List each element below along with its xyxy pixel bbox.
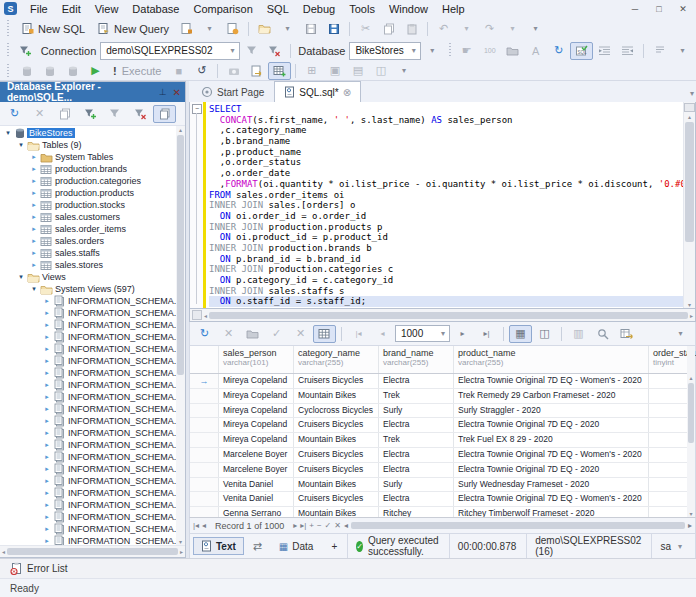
cell-sales_person[interactable]: Mireya Copeland (219, 404, 294, 418)
refresh-results-icon[interactable]: ↻ (193, 325, 216, 343)
code-line[interactable]: ON oi.order_id = o.order_id (209, 211, 683, 222)
open-file-button[interactable] (253, 20, 276, 38)
expand-arrow-icon[interactable]: ▸ (42, 417, 52, 425)
cell-product_name[interactable]: Electra Townie Original 7D EQ - Women's … (454, 492, 649, 506)
first-page-icon[interactable]: |◂ (347, 325, 370, 343)
cell-product_name[interactable]: Electra Townie Original 7D EQ - Women's … (454, 374, 649, 388)
cell-order_status[interactable]: 4 (649, 374, 687, 388)
pin-icon[interactable]: ⊥ (159, 87, 167, 98)
results-toolbar-overflow[interactable]: ▾ (669, 325, 692, 343)
paste-button[interactable] (400, 20, 423, 38)
tree-item-production-stocks[interactable]: ▸production.stocks (0, 199, 176, 211)
tree-item-information-schema-table-constraints[interactable]: ▸INFORMATION_SCHEMA.TABLE_CONSTRAINTS (0, 487, 176, 499)
expand-arrow-icon[interactable]: ▸ (29, 237, 39, 245)
toolbar-grip[interactable] (6, 20, 11, 36)
grid-vertical-scrollbar[interactable]: ▴ ▾ (687, 346, 695, 517)
expand-arrow-icon[interactable]: ▸ (42, 357, 52, 365)
cell-order_status[interactable]: 4 (649, 507, 687, 517)
menu-help[interactable]: Help (435, 2, 472, 16)
cell-category_name[interactable]: Mountain Bikes (294, 507, 379, 517)
scroll-right-icon[interactable]: ▸ (180, 548, 183, 555)
db-edit-icon[interactable] (61, 62, 84, 80)
tree-item-information-schema-key-column-usage[interactable]: ▸INFORMATION_SCHEMA.KEY_COLUMN_USAGE (0, 391, 176, 403)
cell-sales_person[interactable]: Mireya Copeland (219, 433, 294, 447)
prev-record-icon[interactable]: ◂ (202, 521, 206, 530)
search-icon[interactable] (591, 325, 614, 343)
expand-arrow-icon[interactable]: ▸ (42, 465, 52, 473)
save-all-button[interactable] (322, 20, 345, 38)
copy-button[interactable] (377, 20, 400, 38)
code-line[interactable]: ,b.brand_name (209, 136, 683, 147)
toolbar-grip[interactable] (448, 43, 452, 58)
scroll-down-icon[interactable]: ▾ (688, 301, 691, 308)
new-connection-icon[interactable] (78, 105, 101, 123)
layout-squares-icon[interactable]: ⊞ (300, 62, 323, 80)
tab-list-dropdown[interactable]: ▾ (688, 89, 696, 98)
execute-play-button[interactable]: ▶ (84, 62, 107, 80)
cell-order_status[interactable]: 4 (649, 463, 687, 477)
post-edit-icon[interactable]: ✓ (325, 521, 332, 530)
expand-arrow-icon[interactable]: ▸ (42, 537, 52, 545)
expand-arrow-icon[interactable]: ▸ (29, 225, 39, 233)
tree-item-information-schema-views[interactable]: ▸INFORMATION_SCHEMA.VIEWS (0, 511, 176, 523)
table-row[interactable]: Genna SerranoMountain BikesRitcheyRitche… (190, 507, 687, 517)
close-button[interactable]: ✕ (672, 2, 694, 16)
cell-sales_person[interactable]: Marcelene Boyer (219, 448, 294, 462)
expand-arrow-icon[interactable]: ▸ (42, 441, 52, 449)
cell-category_name[interactable]: Cruisers Bicycles (294, 492, 379, 506)
tree-item-sales-orders[interactable]: ▸sales.orders (0, 235, 176, 247)
expand-arrow-icon[interactable]: ▸ (42, 525, 52, 533)
code-line[interactable]: SELECT (209, 104, 683, 115)
cell-order_status[interactable]: 4 (649, 389, 687, 403)
scroll-left-icon[interactable]: ◂ (344, 521, 348, 530)
scroll-up-icon[interactable]: ▴ (179, 126, 182, 133)
connect-icon[interactable] (103, 105, 126, 123)
close-tab-icon[interactable]: ⊗ (343, 87, 351, 98)
code-line[interactable]: ON p.category_id = c.category_id (209, 275, 683, 286)
tree-item-sales-stores[interactable]: ▸sales.stores (0, 259, 176, 271)
refresh-code-button[interactable]: ↻ (547, 42, 570, 60)
table-row[interactable]: Marcelene BoyerCruisers BicyclesElectraE… (190, 463, 687, 478)
expand-arrow-icon[interactable]: ▸ (42, 309, 52, 317)
expand-arrow-icon[interactable]: ▸ (42, 321, 52, 329)
card-view-button[interactable]: ◫ (533, 325, 556, 343)
cell-category_name[interactable]: Mountain Bikes (294, 433, 379, 447)
menu-tools[interactable]: Tools (342, 2, 382, 16)
cell-brand_name[interactable]: Trek (379, 389, 454, 403)
menu-view[interactable]: View (88, 2, 126, 16)
menu-database[interactable]: Database (125, 2, 186, 16)
stop-refresh-icon[interactable]: ✕ (217, 325, 240, 343)
scroll-thumb[interactable] (209, 312, 688, 319)
toolbar-grip[interactable] (6, 64, 11, 77)
tree-item-tables-9-[interactable]: ▾Tables (9) (0, 139, 176, 151)
table-row[interactable]: Mireya CopelandMountain BikesTrekTrek Re… (190, 389, 687, 404)
expand-arrow-icon[interactable]: ▸ (42, 453, 52, 461)
chevron-down-icon[interactable]: ▾ (676, 542, 684, 551)
split-editor-handle[interactable] (684, 103, 695, 112)
code-line[interactable]: INNER JOIN sales.[orders] o (209, 200, 683, 211)
expand-arrow-icon[interactable]: ▸ (42, 405, 52, 413)
cut-button[interactable]: ✂ (354, 20, 377, 38)
tree-item-views[interactable]: ▾Views (0, 271, 176, 283)
column-header-sales_person[interactable]: sales_personvarchar(101) (219, 346, 294, 373)
new-document-dropdown[interactable]: ▾ (198, 20, 221, 38)
delete-icon[interactable]: ✕ (28, 105, 51, 123)
grid-hscroll-thumb[interactable] (351, 522, 685, 529)
expand-arrow-icon[interactable]: ▸ (29, 249, 39, 257)
cell-product_name[interactable]: Electra Townie Original 7D EQ - Women's … (454, 448, 649, 462)
error-list-tab[interactable]: Error List (27, 563, 68, 574)
column-header-category_name[interactable]: category_namevarchar(255) (294, 346, 379, 373)
line-numbers-icon[interactable]: 100 (478, 42, 501, 60)
cell-product_name[interactable]: Electra Townie Original 7D EQ - 2020 (454, 463, 649, 477)
row-indicator[interactable] (190, 463, 219, 477)
column-header-brand_name[interactable]: brand_namevarchar(255) (379, 346, 454, 373)
tree-item-sales-customers[interactable]: ▸sales.customers (0, 211, 176, 223)
toolbar1-overflow[interactable]: ▾ (524, 20, 547, 38)
tree-item-information-schema-sequences[interactable]: ▸INFORMATION_SCHEMA.SEQUENCES (0, 463, 176, 475)
row-indicator[interactable] (190, 478, 219, 492)
font-case-icon[interactable]: A (524, 42, 547, 60)
column-picker-icon[interactable]: ▥ (567, 325, 590, 343)
scroll-left-icon[interactable]: ◂ (2, 548, 5, 555)
results-grid-button[interactable] (268, 62, 291, 80)
export-doc-button[interactable] (245, 62, 268, 80)
